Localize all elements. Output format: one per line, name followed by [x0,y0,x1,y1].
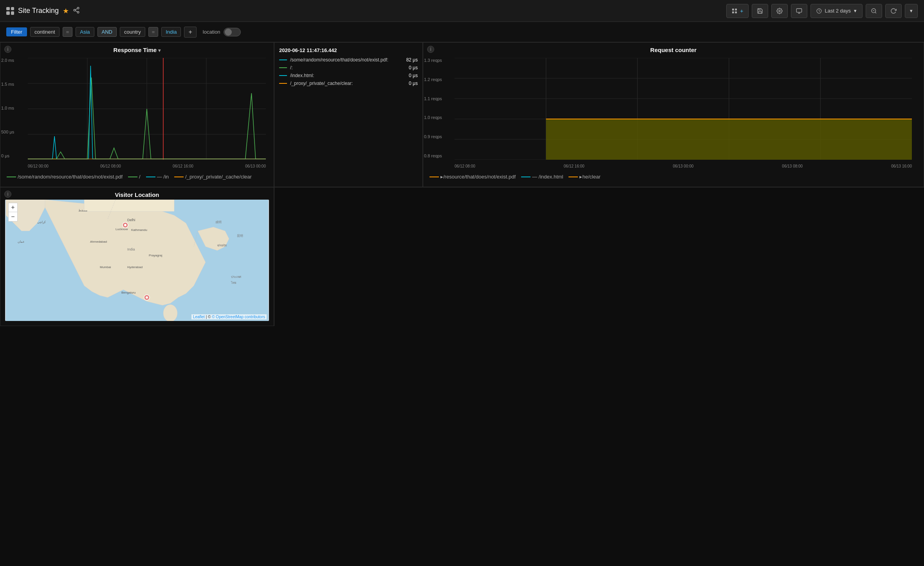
app-title: Site Tracking [18,7,59,15]
legend-label-1: /some/random/resource/that/does/not/exis… [18,174,123,180]
osm-link[interactable]: © OpenStreetMap contributors [212,315,265,319]
time-range-label: Last 2 days [825,8,851,14]
filter-location-label: location [203,29,220,35]
leaflet-link[interactable]: Leaflet [193,315,205,319]
legend-color-1 [7,177,16,177]
legend-label-3: — /in [157,174,169,180]
response-time-panel: i Response Time ▾ 2.0 ms 1.5 ms 1.0 ms 5… [0,42,274,187]
tooltip-overlay-panel: 2020-06-12 11:47:16.442 /some/random/res… [274,42,423,187]
legend-label-4: /_proxy/_private/_cache/clear [185,174,252,180]
filter-and: AND [97,27,117,37]
legend-color-3 [146,177,155,177]
map-container[interactable]: Delhi Lucknow Kathmandu Ahmedabad India … [5,200,269,321]
rc-y-5: 0.9 reqps [424,134,442,139]
svg-point-66 [146,296,148,299]
grid-icon[interactable] [6,7,14,15]
topbar: Site Tracking ★ + [0,0,924,22]
panels-row-1: i Response Time ▾ 2.0 ms 1.5 ms 1.0 ms 5… [0,42,924,187]
svg-text:बांग्लादेश: बांग्लादेश [217,243,227,247]
rc-y-2: 1.2 reqps [424,77,442,82]
filter-eq2: = [148,27,159,37]
zoom-in-button[interactable]: + [8,203,18,212]
settings-button[interactable] [771,4,788,18]
x-label-4: 06/13 00:00 [245,164,266,168]
response-time-title: Response Time ▾ [0,43,274,55]
filter-continent-key[interactable]: continent [30,27,60,37]
svg-line-4 [75,8,77,9]
y-label-1: 2.0 ms [1,58,14,63]
more-button[interactable]: ▾ [905,4,918,18]
rc-x-5: 06/13 16:00 [891,164,912,168]
y-label-2: 1.5 ms [1,82,14,87]
svg-rect-8 [735,11,737,13]
filterbar: Filter continent = Asia AND country = In… [0,22,924,42]
svg-point-2 [77,11,79,13]
svg-text:Delhi: Delhi [127,218,135,222]
save-button[interactable] [752,4,768,18]
svg-text:Hyderabad: Hyderabad [127,265,143,269]
request-counter-info[interactable]: i [427,46,434,53]
topbar-left: Site Tracking ★ [6,7,722,15]
svg-text:昆明: 昆明 [237,234,243,238]
legend-item-3: — /in [146,174,169,180]
tooltip-val-3: 0 μs [409,73,418,78]
response-time-info[interactable]: i [4,46,11,53]
svg-text:Prayagraj: Prayagraj [149,254,162,257]
filter-continent-value[interactable]: Asia [76,27,94,37]
tooltip-name-3: /index.html: [290,73,406,78]
rc-legend-label-1: ▸/resource/that/does/not/exist.pdf [440,174,516,180]
rc-y-1: 1.3 reqps [424,58,442,63]
time-range-button[interactable]: Last 2 days ▾ [810,4,863,18]
zoom-out-button[interactable]: − [8,212,18,222]
share-icon[interactable] [73,7,80,15]
svg-point-1 [74,9,76,11]
rc-x-4: 06/13 08:00 [782,164,803,168]
svg-rect-6 [735,9,737,11]
svg-point-64 [124,224,126,226]
filter-label[interactable]: Filter [6,27,27,36]
topbar-right: + Last 2 days ▾ [726,4,918,18]
svg-text:مسقط: مسقط [78,209,87,212]
rc-legend-color-2 [521,177,531,177]
svg-rect-5 [732,9,734,11]
request-counter-panel: i Request counter 1.3 reqps 1.2 reqps 1.… [423,42,924,187]
filter-country-key[interactable]: country [120,27,145,37]
add-panel-button[interactable]: + [726,4,748,18]
rc-y-3: 1.1 reqps [424,96,442,101]
map-attribution: Leaflet | © © OpenStreetMap contributors [191,314,267,319]
visitor-location-info[interactable]: i [4,191,11,198]
tooltip-row-3: /index.html: 0 μs [279,73,418,78]
svg-text:Kathmandu: Kathmandu [131,228,147,232]
tooltip-name-2: /: [290,65,406,70]
svg-point-42 [163,305,177,321]
display-button[interactable] [791,4,807,18]
svg-text:عمان: عمان [18,240,25,243]
svg-text:Ahmedabad: Ahmedabad [90,240,107,243]
x-label-3: 06/12 16:00 [173,164,193,168]
y-label-3: 1.0 ms [1,106,14,110]
map-svg: Delhi Lucknow Kathmandu Ahmedabad India … [5,200,269,321]
location-toggle[interactable] [224,28,241,36]
x-label-1: 06/12 00:00 [28,164,49,168]
rc-legend-label-3: ▸he/clear [579,174,600,180]
star-icon[interactable]: ★ [63,7,69,15]
svg-text:Bengaluru: Bengaluru [121,291,135,294]
legend-item-2: / [128,174,141,180]
svg-text:ประเทศ: ประเทศ [231,275,241,279]
filter-add-button[interactable]: + [184,27,196,38]
request-counter-chart-svg [455,58,912,160]
tooltip-timestamp: 2020-06-12 11:47:16.442 [279,47,418,53]
tooltip-name-4: /_proxy/_private/_cache/clear: [290,81,406,86]
response-time-chevron[interactable]: ▾ [158,48,161,53]
rc-x-3: 06/13 00:00 [673,164,694,168]
svg-rect-10 [796,9,801,12]
filter-country-value[interactable]: India [161,27,181,37]
rc-x-1: 06/12 08:00 [455,164,475,168]
tooltip-val-4: 0 μs [409,81,418,86]
y-label-4: 500 μs [1,130,14,134]
tooltip-val-1: 82 μs [406,57,418,63]
refresh-button[interactable] [885,4,902,18]
request-counter-title: Request counter [423,43,924,55]
svg-text:India: India [127,247,135,251]
zoom-out-button[interactable] [866,4,882,18]
